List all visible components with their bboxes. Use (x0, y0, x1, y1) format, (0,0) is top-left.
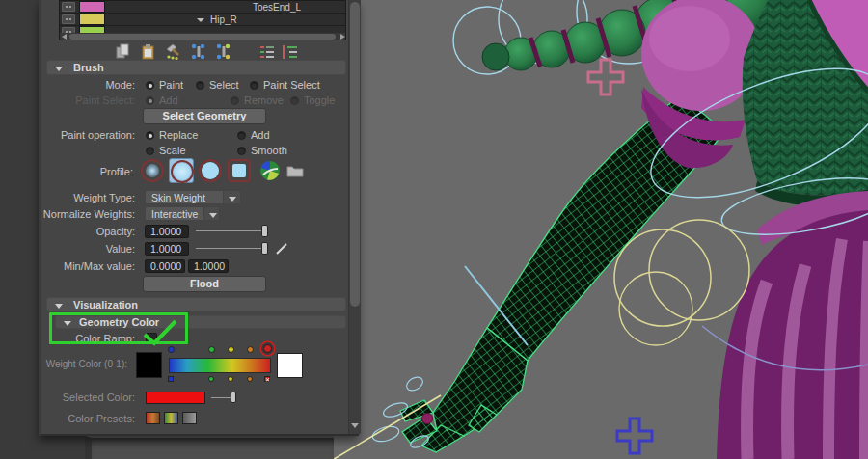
chevron-down-icon[interactable] (204, 206, 220, 221)
browse-folder-icon[interactable] (286, 164, 304, 179)
collapse-triangle-icon[interactable] (55, 67, 63, 71)
influence-row[interactable]: Hip_R (60, 14, 345, 26)
scroll-left-icon[interactable] (62, 34, 67, 40)
hscroll-thumb[interactable] (69, 34, 336, 40)
opacity-label: Opacity: (96, 226, 135, 237)
move-weights-alt-icon[interactable] (214, 42, 233, 62)
selected-color-swatch[interactable] (146, 392, 205, 404)
maya-window: ToesEnd_L Hip_R (0, 0, 868, 459)
influence-type-icon (62, 14, 75, 24)
mode-select-radio[interactable] (196, 81, 204, 90)
color-presets-label: Color Presets: (68, 413, 135, 424)
selected-color-label: Selected Color: (63, 392, 135, 403)
hammer-weights-icon[interactable] (164, 42, 183, 62)
influence-color-swatch[interactable] (79, 14, 105, 25)
weights-toolbar (41, 42, 346, 62)
paint-select-add-label: Add (159, 94, 178, 106)
vscroll-thumb[interactable] (350, 2, 360, 307)
paint-select-toggle-label: Toggle (304, 94, 335, 106)
copy-weights-icon[interactable] (114, 42, 133, 62)
value-slider-track[interactable] (196, 248, 267, 249)
value-slider-handle[interactable] (261, 242, 268, 255)
opacity-field[interactable]: 1.0000 (145, 225, 189, 238)
expand-caret-icon[interactable] (197, 18, 204, 22)
minmax-value-label: Min/Max value: (64, 260, 135, 272)
shaded-sphere-icon[interactable] (259, 160, 281, 183)
mode-paint-label[interactable]: Paint (159, 79, 183, 91)
paint-skin-weights-panel: ToesEnd_L Hip_R (39, 0, 359, 436)
weight-type-label: Weight Type: (73, 192, 135, 203)
op-smooth-radio[interactable] (237, 147, 246, 155)
paste-weights-icon[interactable] (139, 42, 158, 62)
influence-name[interactable]: ToesEnd_L (253, 1, 301, 14)
influence-tree-icon[interactable] (281, 42, 300, 62)
ramp-stop-yellow[interactable] (228, 346, 234, 353)
influence-list-hscrollbar[interactable] (60, 33, 346, 40)
pencil-icon[interactable] (276, 242, 288, 256)
value-field[interactable]: 1.0000 (145, 242, 189, 256)
op-add-label[interactable]: Add (251, 129, 270, 141)
scroll-right-icon[interactable] (340, 34, 345, 40)
ramp-marker-blue[interactable] (168, 376, 174, 382)
ramp-stop-green[interactable] (208, 346, 215, 353)
influence-name[interactable]: Hip_R (210, 14, 237, 26)
min-value-field[interactable]: 0.0000 (145, 259, 185, 273)
ramp-marker-green[interactable] (208, 376, 214, 382)
op-replace-radio[interactable] (146, 131, 154, 140)
panel-vscrollbar[interactable] (348, 0, 361, 434)
paint-select-toggle-radio (290, 96, 299, 105)
profile-label: Profile: (100, 166, 133, 177)
influence-list-icon[interactable] (258, 42, 277, 62)
ramp-marker-yellow[interactable] (228, 376, 233, 382)
brush-section-header[interactable]: Brush (46, 60, 346, 75)
normalize-weights-label: Normalize Weights: (43, 208, 135, 220)
ramp-marker-red[interactable]: ✕ (264, 376, 270, 382)
max-value-field[interactable]: 1.0000 (188, 259, 229, 273)
op-scale-radio[interactable] (146, 147, 154, 155)
paint-operation-label: Paint operation: (61, 129, 135, 141)
paint-select-label: Paint Select: (75, 94, 135, 106)
move-weights-icon[interactable] (189, 42, 208, 62)
ramp-stop-blue[interactable] (168, 346, 175, 353)
paint-select-remove-radio (231, 96, 239, 105)
scroll-down-icon[interactable] (351, 423, 359, 428)
brush-profile-square[interactable] (227, 158, 252, 183)
selected-color-slider-handle[interactable] (231, 392, 236, 403)
mode-select-label[interactable]: Select (209, 79, 239, 91)
ramp-stop-orange[interactable] (247, 346, 254, 353)
chevron-down-icon[interactable] (224, 190, 241, 204)
color-preset-1[interactable] (146, 412, 160, 424)
influence-color-swatch[interactable] (79, 1, 105, 13)
influence-list: ToesEnd_L Hip_R (59, 0, 346, 40)
ramp-marker-orange[interactable] (247, 376, 253, 382)
ramp-right-color-swatch[interactable] (277, 353, 303, 378)
mode-paint-select-label[interactable]: Paint Select (263, 79, 320, 91)
color-preset-2[interactable] (164, 412, 178, 424)
opacity-slider-track[interactable] (196, 230, 267, 231)
brush-section-title: Brush (73, 62, 104, 73)
normalize-weights-dropdown[interactable]: Interactive (145, 206, 220, 221)
op-add-radio[interactable] (237, 131, 246, 140)
color-preset-3[interactable] (182, 412, 197, 424)
op-smooth-label[interactable]: Smooth (251, 145, 287, 156)
annotation-highlight-box (49, 312, 188, 344)
op-replace-label[interactable]: Replace (159, 129, 198, 141)
flood-button[interactable]: Flood (143, 276, 266, 292)
ramp-left-color-swatch[interactable] (136, 352, 162, 378)
mode-paint-select-radio[interactable] (250, 81, 258, 90)
visualization-section-header[interactable]: Visualization (46, 297, 346, 311)
weight-type-dropdown[interactable]: Skin Weight (145, 190, 241, 204)
brush-profile-soft[interactable] (169, 158, 194, 183)
panel-below-strip (85, 436, 334, 459)
opacity-slider-handle[interactable] (261, 225, 268, 237)
op-scale-label[interactable]: Scale (159, 145, 186, 156)
ramp-stop-red-selected[interactable] (263, 344, 272, 353)
mode-label: Mode: (105, 79, 135, 91)
brush-profile-solid[interactable] (198, 158, 223, 183)
brush-profile-gaussian[interactable] (140, 158, 165, 183)
collapse-triangle-icon[interactable] (55, 304, 63, 309)
weight-color-ramp[interactable] (169, 358, 271, 373)
select-geometry-button[interactable]: Select Geometry (143, 108, 266, 124)
mode-paint-radio[interactable] (146, 81, 154, 90)
influence-row[interactable]: ToesEnd_L (60, 1, 345, 14)
